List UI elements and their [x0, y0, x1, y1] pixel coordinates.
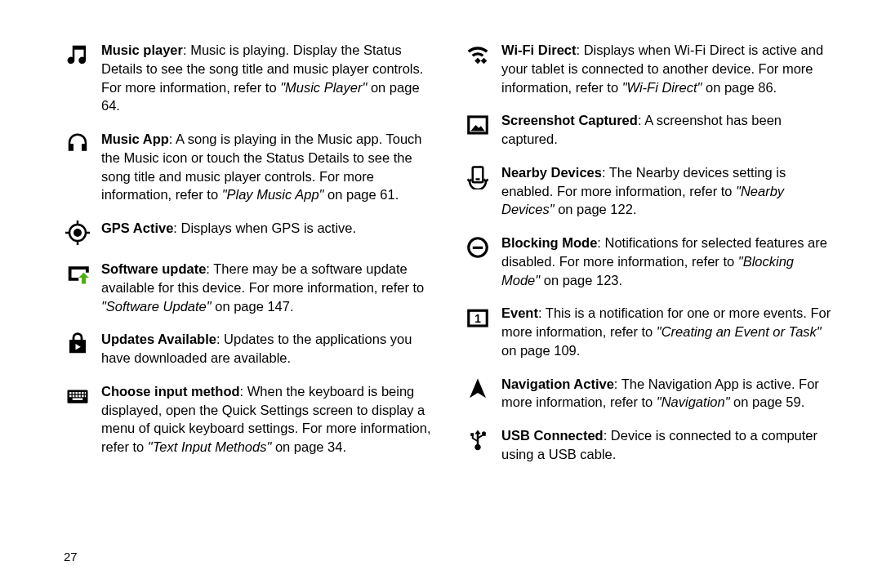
manual-page: Music player: Music is playing. Display … [0, 0, 882, 588]
entry-text: Music player: Music is playing. Display … [101, 41, 433, 115]
svg-rect-8 [85, 392, 86, 394]
svg-point-0 [74, 229, 82, 237]
nearby-devices-icon [466, 165, 490, 189]
entry-tail: on page 147. [212, 299, 294, 314]
entry-tail: on page 86. [702, 80, 777, 95]
entry-title: Choose input method [101, 384, 240, 399]
svg-rect-5 [76, 392, 78, 394]
entry-text: USB Connected: Device is connected to a … [501, 426, 833, 464]
entry-title: Event [501, 305, 538, 320]
entry-ref: "Creating an Event or Task" [657, 324, 822, 339]
entry-text: Navigation Active: The Navigation App is… [501, 375, 833, 412]
entry-text: Updates Available: Updates to the applic… [101, 330, 433, 368]
navigation-arrow-icon [466, 376, 490, 401]
entry-title: Software update [101, 261, 206, 276]
svg-point-23 [483, 432, 486, 435]
entry-text: Music App: A song is playing in the Musi… [101, 130, 433, 204]
entry-ref: "Play Music App" [222, 187, 324, 202]
entry-text: Nearby Devices: The Nearby devices setti… [501, 163, 833, 219]
entry-ref: "Text Input Methods" [148, 439, 271, 454]
entry-text: Choose input method: When the keyboard i… [101, 382, 433, 457]
entry-body: : Displays when GPS is active. [173, 220, 356, 235]
svg-rect-3 [69, 392, 72, 394]
entry-title: Nearby Devices [501, 165, 602, 180]
entry-nearby-devices: Nearby Devices: The Nearby devices setti… [466, 163, 833, 219]
right-column: Wi-Fi Direct: Displays when Wi-Fi Direct… [449, 41, 849, 572]
svg-rect-12 [78, 395, 81, 398]
svg-rect-18 [476, 178, 480, 180]
entry-title: Updates Available [101, 332, 216, 346]
entry-tail: on page 34. [271, 439, 346, 454]
headphones-icon [65, 131, 90, 156]
entry-title: Navigation Active [501, 376, 614, 391]
svg-rect-24 [470, 434, 474, 437]
svg-rect-13 [82, 395, 84, 398]
usb-icon [466, 428, 490, 452]
entry-software-update: Software update: There may be a software… [65, 260, 433, 315]
wifi-direct-icon [466, 42, 490, 67]
software-update-icon [65, 261, 90, 286]
gps-target-icon [65, 220, 90, 245]
entry-screenshot-captured: Screenshot Captured: A screenshot has be… [466, 111, 833, 149]
entry-tail: on page 61. [323, 187, 399, 202]
svg-text:1: 1 [474, 314, 481, 326]
entry-updates-available: Updates Available: Updates to the applic… [65, 330, 433, 368]
entry-usb-connected: USB Connected: Device is connected to a … [466, 426, 833, 464]
calendar-event-icon: 1 [466, 305, 490, 330]
entry-tail: on page 122. [555, 202, 637, 216]
svg-rect-20 [473, 247, 483, 249]
entry-music-app: Music App: A song is playing in the Musi… [65, 130, 433, 204]
picture-icon [466, 113, 490, 137]
entry-text: Screenshot Captured: A screenshot has be… [501, 111, 833, 149]
entry-title: Music player [101, 42, 183, 57]
left-column: Music player: Music is playing. Display … [49, 41, 449, 572]
entry-ref: "Navigation" [657, 394, 730, 409]
entry-title: Screenshot Captured [501, 113, 638, 127]
entry-music-player: Music player: Music is playing. Display … [65, 41, 433, 115]
entry-text: GPS Active: Displays when GPS is active. [101, 219, 356, 238]
entry-title: Wi-Fi Direct [501, 42, 577, 57]
entry-title: Blocking Mode [501, 235, 597, 250]
entry-wifi-direct: Wi-Fi Direct: Displays when Wi-Fi Direct… [466, 41, 833, 96]
entry-tail: on page 59. [730, 394, 805, 409]
keyboard-icon [65, 384, 90, 408]
entry-choose-input-method: Choose input method: When the keyboard i… [65, 382, 433, 457]
music-notes-icon [65, 42, 90, 67]
entry-title: GPS Active [101, 220, 173, 235]
svg-rect-10 [73, 395, 75, 398]
svg-rect-7 [82, 392, 84, 394]
entry-ref: "Software Update" [101, 299, 212, 314]
entry-text: Software update: There may be a software… [101, 260, 433, 315]
entry-event: 1 Event: This is a notification for one … [466, 304, 833, 359]
page-number: 27 [64, 550, 78, 564]
entry-title: Music App [101, 131, 169, 146]
entry-gps-active: GPS Active: Displays when GPS is active. [65, 219, 433, 245]
updates-available-icon [65, 332, 90, 356]
blocking-mode-icon [466, 235, 490, 260]
entry-text: Event: This is a notification for one or… [501, 304, 833, 359]
svg-rect-14 [85, 395, 86, 398]
entry-text: Wi-Fi Direct: Displays when Wi-Fi Direct… [501, 41, 833, 96]
entry-ref: "Wi-Fi Direct" [622, 80, 702, 95]
entry-navigation-active: Navigation Active: The Navigation App is… [466, 375, 833, 412]
svg-rect-6 [78, 392, 81, 394]
entry-ref: "Music Player" [280, 80, 367, 95]
entry-tail: on page 109. [501, 343, 580, 358]
entry-text: Blocking Mode: Notifications for selecte… [501, 234, 833, 289]
svg-rect-15 [73, 398, 83, 400]
entry-tail: on page 123. [540, 273, 622, 287]
svg-rect-11 [76, 395, 78, 398]
entry-blocking-mode: Blocking Mode: Notifications for selecte… [466, 234, 833, 289]
svg-rect-4 [73, 392, 75, 394]
entry-title: USB Connected [501, 428, 604, 443]
svg-rect-9 [69, 395, 72, 398]
